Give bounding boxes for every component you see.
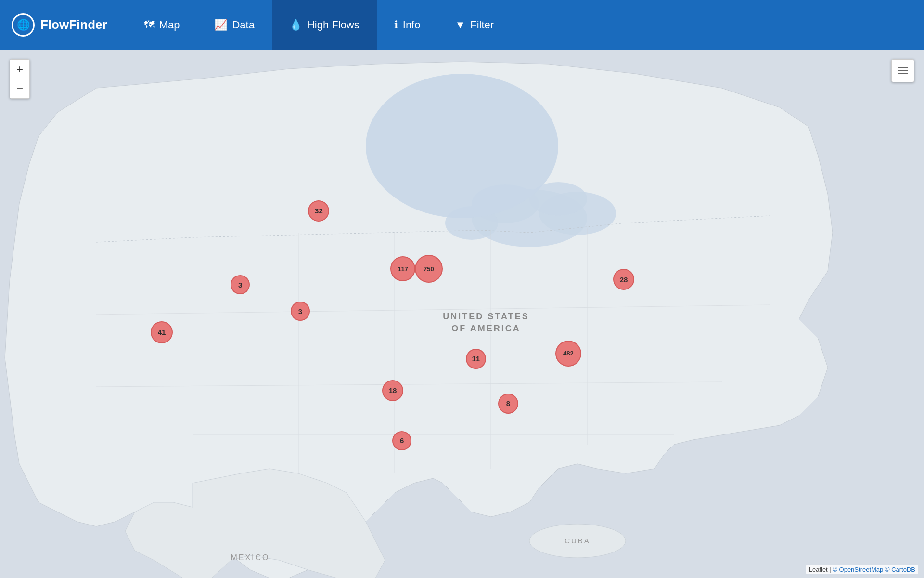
nav-label-info: Info (403, 19, 421, 31)
svg-point-6 (366, 74, 558, 218)
nav-item-info[interactable]: ℹ Info (377, 0, 438, 50)
cluster-marker-c4[interactable]: 3 (291, 302, 310, 321)
layers-icon (897, 65, 909, 77)
zoom-in-button[interactable]: + (10, 60, 29, 79)
nav-label-filter: Filter (470, 19, 494, 31)
nav-label-data: Data (232, 19, 254, 31)
nav-label-high-flows: High Flows (307, 19, 359, 31)
data-icon: 📈 (214, 19, 227, 31)
highflows-icon: 💧 (289, 19, 302, 31)
svg-text:MEXICO: MEXICO (231, 553, 270, 562)
app-name: FlowFinder (40, 17, 107, 32)
info-icon: ℹ (394, 19, 398, 31)
nav-item-data[interactable]: 📈 Data (197, 0, 271, 50)
svg-rect-19 (898, 67, 908, 68)
cluster-marker-c12[interactable]: 6 (392, 431, 411, 450)
cluster-marker-c2[interactable]: 3 (231, 275, 250, 294)
cluster-marker-c1[interactable]: 32 (308, 200, 329, 222)
cluster-marker-c8[interactable]: 11 (466, 349, 486, 369)
nav-items: 🗺 Map 📈 Data 💧 High Flows ℹ Info ▼ Filte… (127, 0, 511, 50)
attribution: Leaflet | © OpenStreetMap © CartoDB (806, 565, 918, 574)
svg-text:CUBA: CUBA (565, 537, 590, 545)
leaflet-attr: Leaflet (809, 566, 828, 573)
svg-text:UNITED STATES: UNITED STATES (443, 312, 529, 321)
cluster-marker-c10[interactable]: 18 (382, 380, 403, 401)
app-logo[interactable]: 🌐 FlowFinder (12, 13, 107, 37)
zoom-out-button[interactable]: − (10, 79, 29, 98)
nav-item-high-flows[interactable]: 💧 High Flows (272, 0, 377, 50)
cluster-marker-c11[interactable]: 8 (498, 394, 518, 414)
map-container[interactable]: UNITED STATES OF AMERICA MEXICO CUBA + −… (0, 50, 924, 578)
svg-text:OF AMERICA: OF AMERICA (451, 324, 520, 333)
cluster-marker-c6[interactable]: 750 (415, 255, 443, 283)
navbar: 🌐 FlowFinder 🗺 Map 📈 Data 💧 High Flows ℹ… (0, 0, 924, 50)
nav-label-map: Map (159, 19, 180, 31)
svg-rect-21 (898, 73, 908, 74)
nav-item-filter[interactable]: ▼ Filter (437, 0, 511, 50)
map-icon: 🗺 (144, 19, 154, 31)
layers-button[interactable] (891, 59, 914, 82)
cluster-marker-c3[interactable]: 41 (151, 321, 173, 343)
svg-rect-20 (898, 70, 908, 71)
cluster-marker-c7[interactable]: 28 (613, 269, 634, 290)
nav-item-map[interactable]: 🗺 Map (127, 0, 197, 50)
zoom-controls: + − (10, 59, 30, 99)
map-svg: UNITED STATES OF AMERICA MEXICO CUBA (0, 50, 924, 578)
osm-link[interactable]: © OpenStreetMap (833, 566, 883, 573)
cluster-marker-c9[interactable]: 482 (555, 341, 581, 367)
logo-icon: 🌐 (12, 13, 35, 37)
cluster-marker-c5[interactable]: 117 (390, 256, 415, 281)
filter-icon: ▼ (455, 19, 465, 31)
cartodb-link[interactable]: © CartoDB (885, 566, 915, 573)
